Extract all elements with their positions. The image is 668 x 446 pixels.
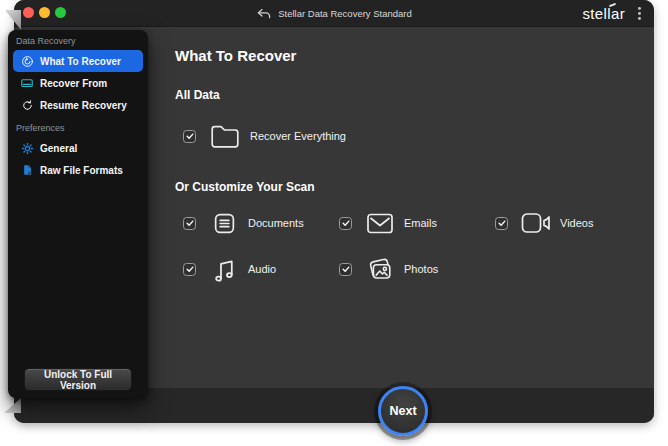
kebab-menu-icon[interactable] xyxy=(635,5,644,22)
emails-icon xyxy=(364,212,396,235)
audio-checkbox[interactable] xyxy=(183,263,196,276)
next-button[interactable]: Next xyxy=(378,386,428,436)
screenshot-canvas: Stellar Data Recovery Standard stellar W… xyxy=(0,0,668,446)
panel-fold-top-decoration xyxy=(5,10,21,30)
resume-arrow-icon xyxy=(20,98,34,112)
window-title: Stellar Data Recovery Standard xyxy=(278,8,412,19)
window-title-group: Stellar Data Recovery Standard xyxy=(14,0,654,27)
sidebar: Data Recovery What To Recover Recover Fr… xyxy=(8,30,148,398)
sidebar-item-label: Resume Recovery xyxy=(40,100,127,111)
photos-icon xyxy=(364,256,396,283)
sidebar-item-label: General xyxy=(40,143,77,154)
audio-label: Audio xyxy=(248,263,276,275)
sidebar-section-data-recovery: Data Recovery xyxy=(8,33,148,50)
sidebar-item-resume-recovery[interactable]: Resume Recovery xyxy=(13,94,143,116)
photos-label: Photos xyxy=(404,263,438,275)
videos-option[interactable]: Videos xyxy=(495,206,654,240)
documents-option[interactable]: Documents xyxy=(183,206,339,240)
page-title: What To Recover xyxy=(175,47,296,64)
photos-checkbox[interactable] xyxy=(339,263,352,276)
photos-option[interactable]: Photos xyxy=(339,252,495,286)
emails-label: Emails xyxy=(404,217,437,229)
sidebar-section-preferences: Preferences xyxy=(8,120,148,137)
sidebar-item-label: Raw File Formats xyxy=(40,165,123,176)
all-data-header: All Data xyxy=(175,88,220,102)
sidebar-item-raw-file-formats[interactable]: Raw File Formats xyxy=(13,159,143,181)
documents-label: Documents xyxy=(248,217,304,229)
raw-file-icon xyxy=(20,163,34,177)
gear-icon xyxy=(20,141,34,155)
documents-checkbox[interactable] xyxy=(183,217,196,230)
titlebar: Stellar Data Recovery Standard stellar xyxy=(14,0,654,27)
sidebar-item-recover-from[interactable]: Recover From xyxy=(13,72,143,94)
videos-icon xyxy=(520,212,552,234)
recover-target-icon xyxy=(20,54,34,68)
videos-label: Videos xyxy=(560,217,593,229)
emails-option[interactable]: Emails xyxy=(339,206,495,240)
sidebar-item-general[interactable]: General xyxy=(13,137,143,159)
unlock-full-version-button[interactable]: Unlock To Full Version xyxy=(24,368,132,391)
sidebar-item-what-to-recover[interactable]: What To Recover xyxy=(13,50,143,72)
audio-icon xyxy=(208,256,240,283)
category-grid: Documents Emails xyxy=(183,206,654,286)
emails-checkbox[interactable] xyxy=(339,217,352,230)
folder-icon xyxy=(208,123,242,150)
stellar-logo: stellar xyxy=(582,5,625,22)
recover-everything-row[interactable]: Recover Everything xyxy=(183,121,346,151)
documents-icon xyxy=(208,211,240,236)
drive-icon xyxy=(20,76,34,90)
videos-checkbox[interactable] xyxy=(495,217,508,230)
audio-option[interactable]: Audio xyxy=(183,252,339,286)
customize-header: Or Customize Your Scan xyxy=(175,180,315,194)
panel-fold-bottom-decoration xyxy=(4,398,21,413)
sidebar-item-label: Recover From xyxy=(40,78,107,89)
back-icon[interactable] xyxy=(256,8,272,20)
sidebar-item-label: What To Recover xyxy=(40,56,121,67)
recover-everything-label: Recover Everything xyxy=(250,130,346,142)
titlebar-right: stellar xyxy=(582,0,644,27)
recover-everything-checkbox[interactable] xyxy=(183,130,196,143)
